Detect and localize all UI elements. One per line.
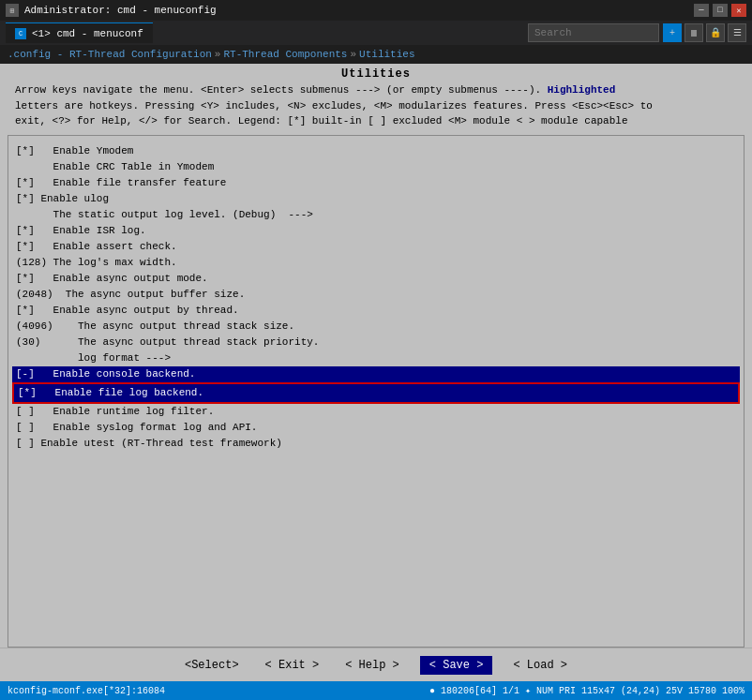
menu-area: [*] Enable Ymodem Enable CRC Table in Ym… — [8, 135, 744, 648]
utilities-title: Utilities — [0, 64, 752, 82]
list-item: [ ] Enable runtime log filter. — [12, 404, 740, 420]
list-item: The static output log level. (Debug) ---… — [12, 207, 740, 223]
list-item: [*] Enable assert check. — [12, 239, 740, 255]
search-input[interactable] — [528, 23, 659, 42]
title-bar-controls: ─ □ ✕ — [694, 4, 746, 17]
list-item: (30) The async output thread stack prior… — [12, 335, 740, 350]
status-right: ● 180206[64] 1/1 ✦ NUM PRI 115x47 (24,24… — [429, 685, 744, 696]
status-left: kconfig-mconf.exe[*32]:16084 — [8, 686, 165, 696]
terminal-area: Utilities Arrow keys navigate the menu. … — [0, 64, 752, 681]
tab-toolbar: + ▥ 🔒 ☰ — [155, 22, 746, 43]
list-item: (4096) The async output thread stack siz… — [12, 319, 740, 335]
list-item: [ ] Enable utest (RT-Thread test framewo… — [12, 436, 740, 452]
maximize-button[interactable]: □ — [713, 4, 728, 17]
list-item: log format ---> — [12, 350, 740, 366]
tab-bar: C <1> cmd - menuconf + ▥ 🔒 ☰ — [0, 21, 752, 45]
title-bar-left: ⊞ Administrator: cmd - menuconfig — [6, 4, 217, 17]
list-item: (128) The log's max width. — [12, 255, 740, 271]
title-bar: ⊞ Administrator: cmd - menuconfig ─ □ ✕ — [0, 0, 752, 21]
active-tab[interactable]: C <1> cmd - menuconf — [6, 22, 153, 43]
breadcrumb-sep2: » — [350, 49, 356, 60]
lock-icon-button[interactable]: 🔒 — [706, 23, 725, 42]
close-button[interactable]: ✕ — [731, 4, 746, 17]
status-process: kconfig-mconf.exe[*32]:16084 — [8, 686, 165, 696]
list-item: Enable CRC Table in Ymodem — [12, 159, 740, 175]
menu-icon-button[interactable]: ☰ — [728, 23, 746, 42]
window-title: Administrator: cmd - menuconfig — [24, 5, 217, 16]
tab-icon: C — [15, 28, 26, 39]
list-item: [ ] Enable syslog format log and API. — [12, 420, 740, 436]
status-info: ● 180206[64] 1/1 ✦ NUM PRI 115x47 (24,24… — [429, 685, 744, 696]
help-text: Arrow keys navigate the menu. <Enter> se… — [0, 82, 752, 135]
tab-label: <1> cmd - menuconf — [32, 28, 143, 39]
load-button[interactable]: < Load > — [507, 656, 573, 675]
status-bar: kconfig-mconf.exe[*32]:16084 ● 180206[64… — [0, 681, 752, 700]
window-icon: ⊞ — [6, 4, 19, 17]
list-item: [*] Enable ulog — [12, 191, 740, 207]
main-window: ⊞ Administrator: cmd - menuconfig ─ □ ✕ … — [0, 0, 752, 700]
highlighted-label: Highlighted — [548, 84, 616, 96]
breadcrumb-sep1: » — [215, 49, 221, 60]
exit-button[interactable]: < Exit > — [260, 656, 325, 675]
press-label: Press — [535, 100, 566, 112]
bottom-buttons: <Select> < Exit > < Help > < Save > < Lo… — [0, 648, 752, 681]
save-button[interactable]: < Save > — [420, 656, 493, 675]
list-item-file-log-backend[interactable]: [*] Enable file log backend. — [12, 382, 740, 404]
grid-icon-button[interactable]: ▥ — [684, 23, 703, 42]
minimize-button[interactable]: ─ — [694, 4, 709, 17]
list-item-console-backend[interactable]: [-] Enable console backend. — [12, 366, 740, 382]
list-item: [*] Enable async output by thread. — [12, 303, 740, 319]
toolbar-icon-group: + ▥ 🔒 ☰ — [663, 23, 746, 42]
add-icon-button[interactable]: + — [663, 23, 682, 42]
help-button[interactable]: < Help > — [339, 656, 405, 675]
list-item: [*] Enable Ymodem — [12, 143, 740, 159]
breadcrumb-rtthread: RT-Thread Components — [223, 49, 347, 60]
list-item: [*] Enable async output mode. — [12, 271, 740, 287]
breadcrumb-utilities: Utilities — [359, 49, 414, 60]
list-item: [*] Enable ISR log. — [12, 223, 740, 239]
breadcrumb: .config - RT-Thread Configuration » RT-T… — [0, 45, 752, 64]
list-item: (2048) The async output buffer size. — [12, 287, 740, 303]
list-item: [*] Enable file transfer feature — [12, 175, 740, 191]
pressing-label: Pressing — [145, 100, 195, 112]
breadcrumb-config: .config - RT-Thread Configuration — [8, 49, 212, 60]
select-button[interactable]: <Select> — [179, 656, 245, 675]
